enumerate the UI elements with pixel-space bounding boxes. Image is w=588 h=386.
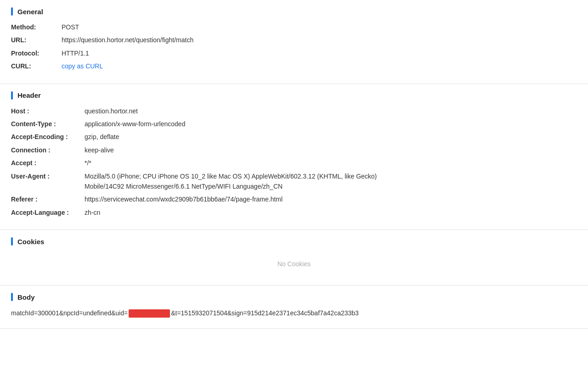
referer-value: https://servicewechat.com/wxdc2909b7b61b… (85, 194, 283, 204)
body-title-text: Body (17, 293, 35, 301)
body-section: Body matchId=300001&npcId=undefined&uid=… (0, 285, 588, 329)
protocol-value: HTTP/1.1 (62, 48, 89, 58)
accept-encoding-value: gzip, deflate (85, 132, 119, 142)
url-label: URL: (11, 35, 62, 45)
content-type-row: Content-Type : application/x-www-form-ur… (11, 119, 577, 129)
accept-label: Accept : (11, 158, 85, 168)
user-agent-value: Mozilla/5.0 (iPhone; CPU iPhone OS 10_2 … (85, 171, 377, 192)
accept-encoding-row: Accept-Encoding : gzip, deflate (11, 132, 577, 142)
host-label: Host : (11, 106, 85, 116)
cookies-title: Cookies (11, 237, 577, 246)
header-title-bar (11, 91, 13, 100)
accept-encoding-label: Accept-Encoding : (11, 132, 85, 142)
connection-row: Connection : keep-alive (11, 145, 577, 155)
referer-label: Referer : (11, 194, 85, 204)
content-type-value: application/x-www-form-urlencoded (85, 119, 185, 129)
general-section: General Method: POST URL: https://questi… (0, 0, 588, 84)
method-label: Method: (11, 22, 62, 32)
host-value: question.hortor.net (85, 106, 138, 116)
referer-row: Referer : https://servicewechat.com/wxdc… (11, 194, 577, 204)
url-row: URL: https://question.hortor.net/questio… (11, 35, 577, 45)
user-agent-line1: Mozilla/5.0 (iPhone; CPU iPhone OS 10_2 … (85, 171, 377, 181)
protocol-label: Protocol: (11, 48, 62, 58)
host-row: Host : question.hortor.net (11, 106, 577, 116)
user-agent-line2: Mobile/14C92 MicroMessenger/6.6.1 NetTyp… (85, 181, 377, 191)
header-title-text: Header (17, 91, 41, 99)
general-title-text: General (17, 8, 43, 16)
accept-language-value: zh-cn (85, 207, 100, 218)
protocol-row: Protocol: HTTP/1.1 (11, 48, 577, 58)
cookies-section: Cookies No Cookies (0, 230, 588, 285)
no-cookies-message: No Cookies (11, 252, 577, 276)
accept-row: Accept : */* (11, 158, 577, 168)
cookies-title-bar (11, 237, 13, 246)
method-value: POST (62, 22, 79, 32)
connection-value: keep-alive (85, 145, 114, 155)
content-type-label: Content-Type : (11, 119, 85, 129)
user-agent-row: User-Agent : Mozilla/5.0 (iPhone; CPU iP… (11, 171, 577, 192)
body-title: Body (11, 293, 577, 301)
body-redacted (129, 309, 170, 318)
general-title: General (11, 7, 577, 16)
body-value: matchId=300001&npcId=undefined&uid=&t=15… (11, 308, 577, 319)
curl-label: CURL: (11, 61, 62, 71)
header-title: Header (11, 91, 577, 100)
accept-value: */* (85, 158, 91, 168)
connection-label: Connection : (11, 145, 85, 155)
header-section: Header Host : question.hortor.net Conten… (0, 84, 588, 230)
url-value: https://question.hortor.net/question/fig… (62, 35, 193, 45)
user-agent-label: User-Agent : (11, 171, 85, 181)
body-prefix: matchId=300001&npcId=undefined&uid= (11, 308, 128, 319)
accept-language-label: Accept-Language : (11, 207, 85, 218)
body-suffix: &t=1515932071504&sign=915d214e2371ec34c5… (171, 308, 359, 319)
accept-language-row: Accept-Language : zh-cn (11, 207, 577, 218)
body-title-bar (11, 293, 13, 301)
general-title-bar (11, 7, 13, 16)
curl-row: CURL: copy as CURL (11, 61, 577, 71)
copy-as-curl-link[interactable]: copy as CURL (62, 61, 103, 71)
method-row: Method: POST (11, 22, 577, 32)
cookies-title-text: Cookies (17, 238, 44, 246)
